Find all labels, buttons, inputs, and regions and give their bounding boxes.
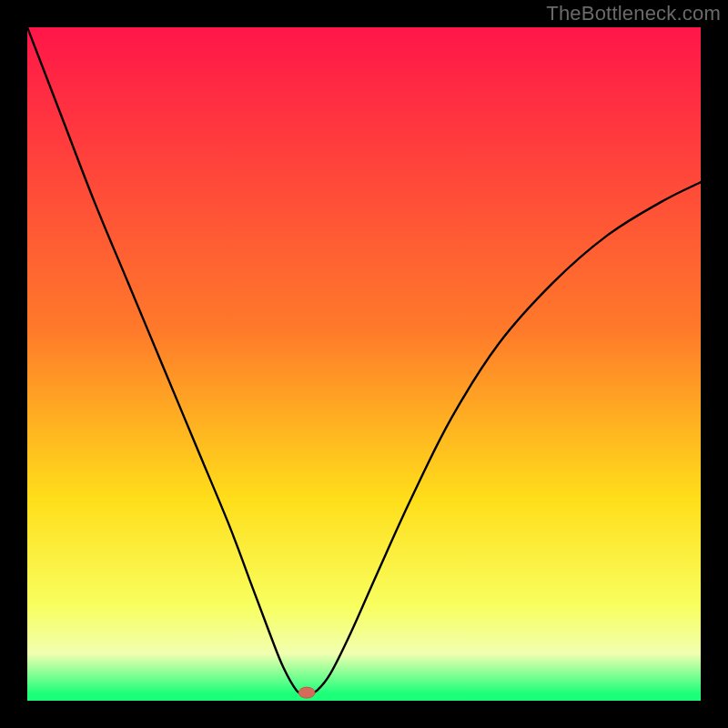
gradient-background (27, 27, 701, 701)
watermark-text: TheBottleneck.com (546, 2, 721, 25)
plot-area (27, 27, 701, 701)
chart-frame: TheBottleneck.com (0, 0, 728, 728)
optimal-point-marker (298, 687, 315, 698)
chart-svg (27, 27, 701, 701)
